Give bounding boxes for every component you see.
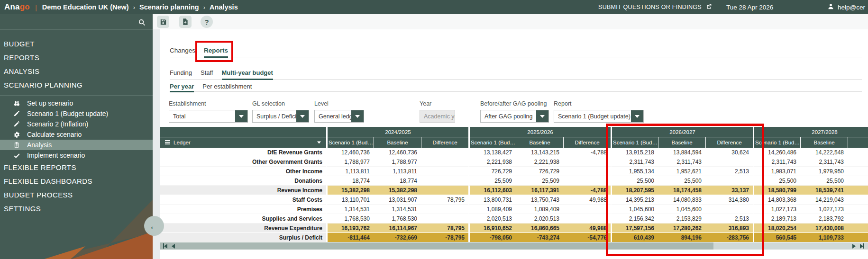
prev-page-icon[interactable] [172, 244, 175, 249]
sidebar-item-set-up-scenario[interactable]: Set up scenario [0, 98, 153, 108]
cell-value: 30,624 [705, 148, 753, 157]
cell-value: 13,800,731 [468, 195, 516, 205]
top-bar: Anago | Demo Education UK (New)›Scenario… [0, 0, 868, 14]
cell-value: 13,110,701 [326, 195, 374, 205]
next-page-icon[interactable] [852, 244, 856, 249]
scrollbar-thumb[interactable] [160, 242, 713, 250]
cell-value: 14,080,833 [658, 195, 705, 205]
chevron-down-icon [540, 115, 545, 118]
table-row-other-income: Other Income1,113,8111,113,811726,729726… [160, 167, 868, 176]
breadcrumb-item-analysis[interactable]: Analysis [210, 3, 238, 11]
sidebar-item-scenario-1-budget-update[interactable]: Scenario 1 (Budget update) [0, 108, 153, 119]
tab-reports[interactable]: Reports [204, 47, 228, 57]
filter-current-value: Total [169, 113, 235, 120]
tab-multi-year-budget[interactable]: Multi-year budget [222, 69, 273, 79]
cell-value: 41,… [848, 186, 868, 195]
breadcrumb-separator: › [203, 4, 205, 11]
ledger-column-header[interactable]: Ledger [160, 137, 326, 148]
tab-per-year[interactable]: Per year [170, 83, 194, 91]
sidebar: BUDGETREPORTSANALYSISSCENARIO PLANNINGSe… [0, 29, 153, 259]
sidebar-item-label: Calculate scenario [27, 131, 82, 138]
filter-value-report[interactable]: Scenario 1 (Budget update) - B [554, 110, 644, 123]
filter-value-establishment[interactable]: Total [169, 110, 248, 123]
sidebar-item-scenario-2-inflation[interactable]: Scenario 2 (Inflation) [0, 119, 153, 129]
sidebar-section-flexible-dashboards[interactable]: FLEXIBLE DASHBOARDS [0, 174, 153, 188]
help-icon[interactable]: ? [201, 16, 213, 28]
filter-current-value: Scenario 1 (Budget update) - B [554, 113, 630, 120]
filter-year: YearAcademic year [420, 100, 455, 123]
cell-value: 1,089,409 [468, 205, 516, 214]
tab-staff[interactable]: Staff [201, 69, 213, 79]
dropdown-button[interactable] [351, 110, 364, 122]
sidebar-section-reports[interactable]: REPORTS [0, 51, 153, 64]
cell-value [848, 176, 868, 186]
sidebar-item-calculate-scenario[interactable]: Calculate scenario [0, 129, 153, 140]
cell-value: 25,500 [753, 176, 800, 186]
tab-funding[interactable]: Funding [170, 69, 192, 79]
cell-value: 1,113,811 [374, 167, 421, 176]
last-page-icon[interactable] [860, 243, 864, 249]
column-header-baseline: Baseline [374, 137, 421, 148]
anago-logo: Anago [4, 2, 30, 12]
cell-value [848, 157, 868, 167]
cell-value: 1,109,733 [800, 233, 848, 242]
cell-value: 1,045,600 [658, 205, 705, 214]
filter-label: Level [314, 100, 364, 107]
filter-value-gl-selection[interactable]: Surplus / Deficit [252, 110, 309, 123]
cell-value: 14,803,368 [753, 195, 800, 205]
table-row-supplies-and-services: Supplies and Services1,768,5301,768,5302… [160, 214, 868, 223]
search-icon[interactable] [137, 17, 147, 27]
cell-value: 1,045,600 [611, 205, 658, 214]
user-account[interactable]: help@cer [827, 0, 865, 14]
export-icon[interactable] [179, 16, 192, 28]
sidebar-section-budget-process[interactable]: BUDGET PROCESS [0, 188, 153, 202]
row-label: Other Income [160, 167, 326, 176]
horizontal-scrollbar[interactable] [160, 242, 868, 250]
sidebar-menu: BUDGETREPORTSANALYSISSCENARIO PLANNINGSe… [0, 30, 153, 215]
table-row-premises: Premises1,314,5311,314,5311,089,4091,089… [160, 205, 868, 214]
breadcrumb-item-demo-education-uk-new[interactable]: Demo Education UK (New) [42, 3, 129, 11]
sidebar-section-flexible-reports[interactable]: FLEXIBLE REPORTS [0, 161, 153, 174]
first-page-icon[interactable] [163, 243, 167, 249]
cell-value [848, 205, 868, 214]
row-label: DfE Revenue Grants [160, 148, 326, 157]
filter-value-level[interactable]: General ledger [314, 110, 364, 123]
cell-value: 5,9… [848, 214, 868, 223]
table-row-donations: Donations18,77418,77425,50925,50925,5002… [160, 176, 868, 186]
cell-value [421, 157, 468, 167]
cell-value: 13,031,907 [374, 195, 421, 205]
sidebar-section-analysis[interactable]: ANALYSIS [0, 64, 153, 78]
cell-value: 18,774 [326, 176, 374, 186]
sidebar-item-label: Set up scenario [27, 99, 73, 107]
cell-value [563, 167, 611, 176]
cell-value: 18,580,799 [753, 186, 800, 195]
tab-per-establishment[interactable]: Per establishment [202, 83, 252, 91]
save-icon[interactable] [157, 16, 169, 28]
cell-value: 16,910,652 [468, 223, 516, 233]
dropdown-button[interactable] [536, 110, 548, 122]
chevron-down-icon [300, 115, 305, 118]
dropdown-button[interactable] [235, 110, 247, 122]
dropdown-button[interactable] [296, 110, 309, 122]
submit-questions-link[interactable]: SUBMIT QUESTIONS OR FINDINGS [598, 0, 712, 14]
sidebar-section-budget[interactable]: BUDGET [0, 37, 153, 51]
cell-value: 13,138,427 [468, 148, 516, 157]
breadcrumb-item-scenario-planning[interactable]: Scenario planning [139, 3, 199, 11]
sidebar-item-label: Scenario 1 (Budget update) [27, 110, 108, 117]
cell-value [563, 176, 611, 186]
collapse-sidebar-button[interactable]: ← [144, 216, 164, 236]
sidebar-item-analysis[interactable]: Analysis [0, 140, 153, 150]
table-row-surplus-deficit: Surplus / Deficit-811,464-732,669-78,795… [160, 233, 868, 242]
tab-changes[interactable]: Changes [170, 47, 195, 57]
row-label: Staff Costs [160, 195, 326, 205]
sidebar-item-label: Analysis [27, 141, 52, 149]
filter-value-before-after-gag-pooling[interactable]: After GAG pooling [480, 110, 549, 123]
sidebar-section-scenario-planning[interactable]: SCENARIO PLANNING [0, 78, 153, 92]
sidebar-section-settings[interactable]: SETTINGS [0, 202, 153, 215]
check-icon [13, 152, 20, 159]
cell-value: 560,545 [753, 233, 800, 242]
dropdown-button[interactable] [631, 110, 643, 122]
binoculars-icon [13, 100, 20, 107]
sidebar-item-implement-scenario[interactable]: Implement scenario [0, 150, 153, 161]
cell-value: 1,027,173 [753, 205, 800, 214]
